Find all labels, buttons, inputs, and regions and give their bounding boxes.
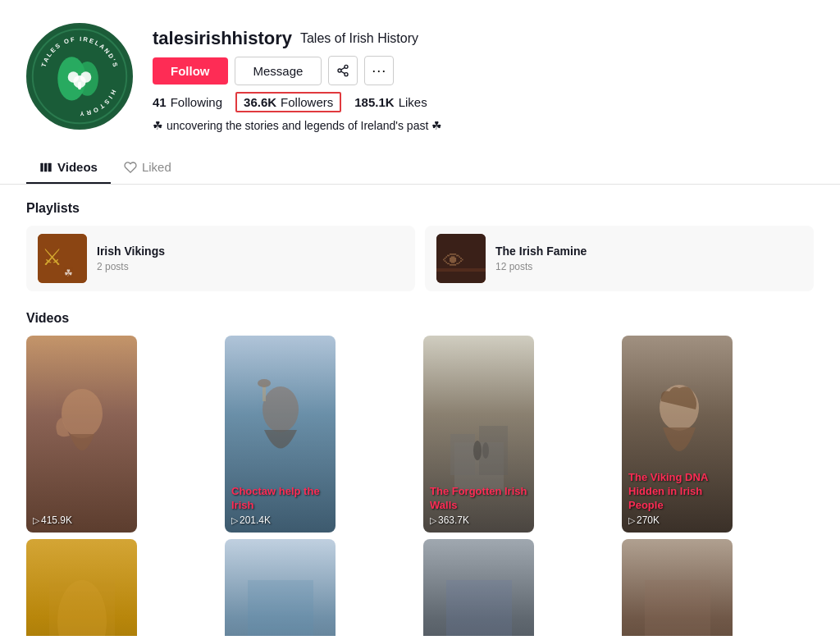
likes-count: 185.1K xyxy=(354,95,394,109)
tabs-row: Videos Liked xyxy=(0,152,840,185)
follow-button[interactable]: Follow xyxy=(153,57,228,85)
username-row: talesirishhistory Tales of Irish History xyxy=(153,28,442,49)
playlist-posts-0: 2 posts xyxy=(97,261,165,272)
playlist-item-0[interactable]: ⚔ ☘ Irish Vikings 2 posts xyxy=(26,226,415,291)
share-button[interactable] xyxy=(328,56,358,85)
liked-icon xyxy=(124,161,137,174)
video-card-7[interactable] xyxy=(622,539,733,636)
video-title-2: The Forgotten Irish Walls xyxy=(430,485,527,513)
action-row: Follow Message ··· xyxy=(153,56,442,85)
svg-point-24 xyxy=(62,389,103,438)
video-figure-6 xyxy=(423,539,534,636)
video-title-3: The Viking DNA Hidden in Irish People xyxy=(628,471,726,513)
playlist-info-0: Irish Vikings 2 posts xyxy=(97,245,165,272)
content-area: Playlists ⚔ ☘ Irish Vikings 2 posts xyxy=(0,185,840,636)
videos-section: Videos ▷415.9K xyxy=(26,311,814,636)
svg-rect-15 xyxy=(40,162,43,171)
video-figure-7 xyxy=(622,539,733,636)
avatar: TALES OF IRELAND'S HISTORY xyxy=(26,23,133,130)
svg-line-13 xyxy=(341,71,345,74)
bio: ☘ uncovering the stories and legends of … xyxy=(153,119,442,132)
video-figure-4 xyxy=(26,539,137,636)
playlist-posts-1: 12 posts xyxy=(495,261,587,272)
username: talesirishhistory xyxy=(153,28,292,49)
video-card-6[interactable] xyxy=(423,539,534,636)
playlist-item-1[interactable]: 👁 The Irish Famine 12 posts xyxy=(425,226,814,291)
stats-row: 41 Following 36.6K Followers 185.1K Like… xyxy=(153,92,442,112)
videos-title: Videos xyxy=(26,311,814,326)
share-icon xyxy=(336,64,349,77)
message-button[interactable]: Message xyxy=(235,57,322,85)
video-figure-5 xyxy=(225,539,336,636)
followers-count: 36.6K xyxy=(244,95,276,109)
svg-line-14 xyxy=(341,67,345,70)
video-views-3: ▷270K xyxy=(628,514,726,526)
playlist-name-0: Irish Vikings xyxy=(97,245,165,258)
svg-point-27 xyxy=(258,379,271,387)
playlist-name-1: The Irish Famine xyxy=(495,245,587,258)
video-overlay-2: The Forgotten Irish Walls ▷363.7K xyxy=(430,485,527,526)
svg-point-31 xyxy=(473,441,482,460)
svg-rect-17 xyxy=(48,162,52,171)
tab-liked-label: Liked xyxy=(142,160,171,174)
video-overlay-3: The Viking DNA Hidden in Irish People ▷2… xyxy=(628,471,726,526)
svg-rect-16 xyxy=(44,162,47,171)
video-views-1: ▷201.4K xyxy=(231,514,329,526)
svg-point-5 xyxy=(68,71,79,82)
stat-likes[interactable]: 185.1K Likes xyxy=(354,95,427,109)
tab-videos-label: Videos xyxy=(57,160,98,174)
video-card-1[interactable]: Choctaw help the Irish ▷201.4K xyxy=(225,336,336,533)
svg-point-25 xyxy=(262,386,299,432)
profile-header: TALES OF IRELAND'S HISTORY talesirishhis… xyxy=(0,0,840,149)
svg-point-11 xyxy=(338,69,341,72)
svg-text:⚔: ⚔ xyxy=(42,245,62,270)
playlist-thumb-1: 👁 xyxy=(436,234,486,283)
display-name: Tales of Irish History xyxy=(300,31,418,46)
playlist-info-1: The Irish Famine 12 posts xyxy=(495,245,587,272)
svg-rect-7 xyxy=(78,82,81,90)
svg-rect-29 xyxy=(450,434,475,475)
svg-point-6 xyxy=(80,71,91,82)
tab-liked[interactable]: Liked xyxy=(111,152,185,184)
svg-point-10 xyxy=(345,65,348,68)
video-card-0[interactable]: ▷415.9K xyxy=(26,336,137,533)
playlist-thumb-0: ⚔ ☘ xyxy=(38,234,87,283)
video-views-2: ▷363.7K xyxy=(430,514,527,526)
playlists-section: Playlists ⚔ ☘ Irish Vikings 2 posts xyxy=(26,201,814,291)
svg-rect-37 xyxy=(446,580,512,636)
video-card-3[interactable]: The Viking DNA Hidden in Irish People ▷2… xyxy=(622,336,733,533)
video-figure-0 xyxy=(26,336,137,533)
stat-following[interactable]: 41 Following xyxy=(153,95,222,109)
svg-point-12 xyxy=(345,73,348,76)
video-title-1: Choctaw help the Irish xyxy=(231,485,329,513)
profile-info: talesirishhistory Tales of Irish History… xyxy=(153,23,442,132)
video-card-4[interactable] xyxy=(26,539,137,636)
followers-label: Followers xyxy=(281,95,333,109)
following-count: 41 xyxy=(153,95,167,109)
stat-followers[interactable]: 36.6K Followers xyxy=(235,92,341,112)
likes-label: Likes xyxy=(399,95,427,109)
more-icon: ··· xyxy=(372,62,386,80)
tab-videos[interactable]: Videos xyxy=(26,152,111,184)
videos-icon xyxy=(39,161,52,174)
svg-rect-38 xyxy=(645,580,710,636)
playlists-title: Playlists xyxy=(26,201,814,216)
video-views-0: ▷415.9K xyxy=(33,514,130,526)
svg-rect-36 xyxy=(248,580,313,636)
playlists-grid: ⚔ ☘ Irish Vikings 2 posts 👁 xyxy=(26,226,814,291)
video-overlay-1: Choctaw help the Irish ▷201.4K xyxy=(231,485,329,526)
following-label: Following xyxy=(171,95,222,109)
svg-text:☘: ☘ xyxy=(64,267,73,279)
video-card-5[interactable] xyxy=(225,539,336,636)
videos-grid: ▷415.9K Choctaw help the Irish ▷201.4K xyxy=(26,336,814,636)
svg-rect-23 xyxy=(436,268,486,272)
more-button[interactable]: ··· xyxy=(364,56,394,85)
video-overlay-0: ▷415.9K xyxy=(33,514,130,526)
video-card-2[interactable]: The Forgotten Irish Walls ▷363.7K xyxy=(423,336,534,533)
svg-point-32 xyxy=(482,442,489,459)
